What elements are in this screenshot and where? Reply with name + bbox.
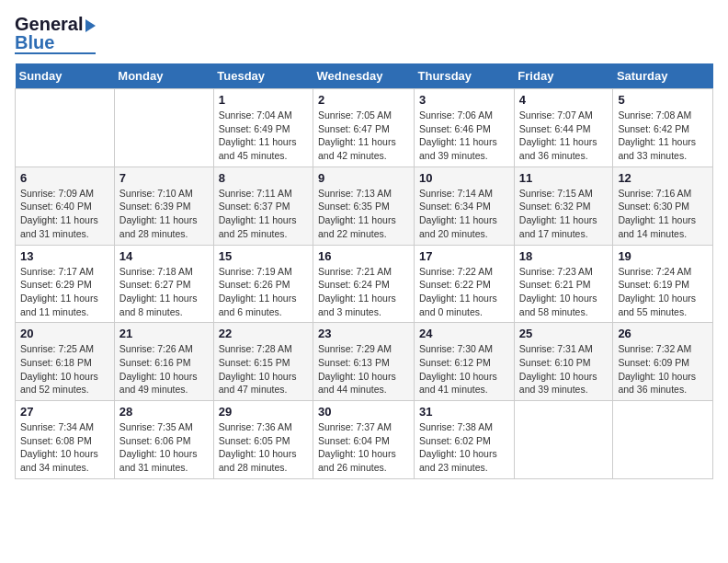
calendar-cell: 24Sunrise: 7:30 AMSunset: 6:12 PMDayligh…: [415, 323, 515, 401]
day-detail: Sunrise: 7:13 AMSunset: 6:35 PMDaylight:…: [318, 187, 409, 241]
day-detail: Sunrise: 7:38 AMSunset: 6:02 PMDaylight:…: [419, 420, 509, 475]
day-number: 5: [618, 93, 708, 107]
calendar-cell: 6Sunrise: 7:09 AMSunset: 6:40 PMDaylight…: [16, 167, 115, 245]
calendar-cell: 26Sunrise: 7:32 AMSunset: 6:09 PMDayligh…: [613, 323, 713, 401]
day-detail: Sunrise: 7:34 AMSunset: 6:08 PMDaylight:…: [20, 420, 109, 475]
day-detail: Sunrise: 7:25 AMSunset: 6:18 PMDaylight:…: [20, 342, 109, 396]
calendar-cell: 8Sunrise: 7:11 AMSunset: 6:37 PMDaylight…: [213, 167, 313, 245]
day-detail: Sunrise: 7:29 AMSunset: 6:13 PMDaylight:…: [318, 342, 409, 396]
day-detail: Sunrise: 7:09 AMSunset: 6:40 PMDaylight:…: [20, 187, 109, 241]
logo-blue: Blue: [15, 33, 54, 52]
calendar-cell: [613, 401, 713, 479]
day-number: 10: [419, 171, 509, 185]
day-detail: Sunrise: 7:32 AMSunset: 6:09 PMDaylight:…: [618, 342, 708, 396]
calendar-cell: 11Sunrise: 7:15 AMSunset: 6:32 PMDayligh…: [514, 167, 613, 245]
day-number: 26: [618, 327, 708, 340]
day-number: 16: [318, 249, 409, 263]
day-number: 14: [119, 249, 209, 263]
calendar-cell: 5Sunrise: 7:08 AMSunset: 6:42 PMDaylight…: [613, 89, 713, 167]
day-number: 23: [318, 327, 409, 340]
day-number: 7: [119, 171, 209, 185]
day-number: 19: [618, 249, 708, 263]
calendar-cell: 22Sunrise: 7:28 AMSunset: 6:15 PMDayligh…: [213, 323, 313, 401]
calendar-cell: 30Sunrise: 7:37 AMSunset: 6:04 PMDayligh…: [313, 401, 415, 479]
day-number: 2: [318, 93, 409, 107]
day-number: 30: [318, 405, 409, 419]
day-number: 13: [20, 249, 109, 263]
calendar-cell: [514, 401, 613, 479]
day-detail: Sunrise: 7:04 AMSunset: 6:49 PMDaylight:…: [219, 109, 308, 163]
calendar-cell: 1Sunrise: 7:04 AMSunset: 6:49 PMDaylight…: [213, 89, 313, 167]
page-header: General Blue: [15, 15, 713, 54]
day-detail: Sunrise: 7:06 AMSunset: 6:46 PMDaylight:…: [419, 109, 509, 163]
calendar-cell: [114, 89, 213, 167]
day-number: 18: [519, 249, 609, 263]
calendar-cell: 13Sunrise: 7:17 AMSunset: 6:29 PMDayligh…: [16, 245, 115, 323]
weekday-header-wednesday: Wednesday: [313, 63, 415, 89]
day-number: 20: [20, 327, 109, 340]
calendar-body: 1Sunrise: 7:04 AMSunset: 6:49 PMDaylight…: [16, 89, 713, 479]
day-number: 4: [519, 93, 609, 107]
calendar-cell: 15Sunrise: 7:19 AMSunset: 6:26 PMDayligh…: [213, 245, 313, 323]
day-number: 6: [20, 171, 109, 185]
day-number: 9: [318, 171, 409, 185]
day-detail: Sunrise: 7:31 AMSunset: 6:10 PMDaylight:…: [519, 342, 609, 396]
day-number: 12: [618, 171, 708, 185]
day-detail: Sunrise: 7:16 AMSunset: 6:30 PMDaylight:…: [618, 187, 708, 241]
day-detail: Sunrise: 7:23 AMSunset: 6:21 PMDaylight:…: [519, 265, 609, 319]
day-detail: Sunrise: 7:19 AMSunset: 6:26 PMDaylight:…: [219, 265, 308, 319]
calendar-week-2: 6Sunrise: 7:09 AMSunset: 6:40 PMDaylight…: [16, 167, 713, 245]
day-detail: Sunrise: 7:22 AMSunset: 6:22 PMDaylight:…: [419, 265, 509, 319]
calendar-week-1: 1Sunrise: 7:04 AMSunset: 6:49 PMDaylight…: [16, 89, 713, 167]
day-number: 22: [219, 327, 308, 340]
calendar-cell: 19Sunrise: 7:24 AMSunset: 6:19 PMDayligh…: [613, 245, 713, 323]
day-number: 31: [419, 405, 509, 419]
day-detail: Sunrise: 7:15 AMSunset: 6:32 PMDaylight:…: [519, 187, 609, 241]
day-number: 24: [419, 327, 509, 340]
day-number: 11: [519, 171, 609, 185]
day-detail: Sunrise: 7:30 AMSunset: 6:12 PMDaylight:…: [419, 342, 509, 396]
day-detail: Sunrise: 7:35 AMSunset: 6:06 PMDaylight:…: [119, 420, 209, 475]
weekday-header-monday: Monday: [114, 63, 213, 89]
day-number: 3: [419, 93, 509, 107]
calendar-cell: 17Sunrise: 7:22 AMSunset: 6:22 PMDayligh…: [415, 245, 515, 323]
day-number: 15: [219, 249, 308, 263]
calendar-cell: 10Sunrise: 7:14 AMSunset: 6:34 PMDayligh…: [415, 167, 515, 245]
calendar-cell: 7Sunrise: 7:10 AMSunset: 6:39 PMDaylight…: [114, 167, 213, 245]
calendar-cell: 16Sunrise: 7:21 AMSunset: 6:24 PMDayligh…: [313, 245, 415, 323]
calendar-cell: 14Sunrise: 7:18 AMSunset: 6:27 PMDayligh…: [114, 245, 213, 323]
calendar-cell: 21Sunrise: 7:26 AMSunset: 6:16 PMDayligh…: [114, 323, 213, 401]
day-detail: Sunrise: 7:24 AMSunset: 6:19 PMDaylight:…: [618, 265, 708, 319]
day-detail: Sunrise: 7:08 AMSunset: 6:42 PMDaylight:…: [618, 109, 708, 163]
calendar-cell: 25Sunrise: 7:31 AMSunset: 6:10 PMDayligh…: [514, 323, 613, 401]
weekday-header-sunday: Sunday: [16, 63, 115, 89]
logo: General Blue: [15, 15, 96, 54]
day-detail: Sunrise: 7:21 AMSunset: 6:24 PMDaylight:…: [318, 265, 409, 319]
calendar-cell: 27Sunrise: 7:34 AMSunset: 6:08 PMDayligh…: [16, 401, 115, 479]
calendar-cell: 28Sunrise: 7:35 AMSunset: 6:06 PMDayligh…: [114, 401, 213, 479]
calendar-cell: 12Sunrise: 7:16 AMSunset: 6:30 PMDayligh…: [613, 167, 713, 245]
weekday-header-tuesday: Tuesday: [213, 63, 313, 89]
weekday-header-saturday: Saturday: [613, 63, 713, 89]
calendar-cell: [16, 89, 115, 167]
calendar-cell: 4Sunrise: 7:07 AMSunset: 6:44 PMDaylight…: [514, 89, 613, 167]
day-detail: Sunrise: 7:26 AMSunset: 6:16 PMDaylight:…: [119, 342, 209, 396]
calendar-header: SundayMondayTuesdayWednesdayThursdayFrid…: [16, 63, 713, 89]
day-number: 25: [519, 327, 609, 340]
calendar-table: SundayMondayTuesdayWednesdayThursdayFrid…: [15, 63, 713, 479]
day-detail: Sunrise: 7:28 AMSunset: 6:15 PMDaylight:…: [219, 342, 308, 396]
day-detail: Sunrise: 7:11 AMSunset: 6:37 PMDaylight:…: [219, 187, 308, 241]
calendar-cell: 9Sunrise: 7:13 AMSunset: 6:35 PMDaylight…: [313, 167, 415, 245]
day-number: 21: [119, 327, 209, 340]
day-detail: Sunrise: 7:14 AMSunset: 6:34 PMDaylight:…: [419, 187, 509, 241]
calendar-week-4: 20Sunrise: 7:25 AMSunset: 6:18 PMDayligh…: [16, 323, 713, 401]
calendar-cell: 18Sunrise: 7:23 AMSunset: 6:21 PMDayligh…: [514, 245, 613, 323]
logo-general: General: [15, 14, 83, 34]
day-detail: Sunrise: 7:05 AMSunset: 6:47 PMDaylight:…: [318, 109, 409, 163]
calendar-cell: 29Sunrise: 7:36 AMSunset: 6:05 PMDayligh…: [213, 401, 313, 479]
day-number: 1: [219, 93, 308, 107]
calendar-cell: 20Sunrise: 7:25 AMSunset: 6:18 PMDayligh…: [16, 323, 115, 401]
day-number: 28: [119, 405, 209, 419]
day-detail: Sunrise: 7:18 AMSunset: 6:27 PMDaylight:…: [119, 265, 209, 319]
calendar-cell: 3Sunrise: 7:06 AMSunset: 6:46 PMDaylight…: [415, 89, 515, 167]
